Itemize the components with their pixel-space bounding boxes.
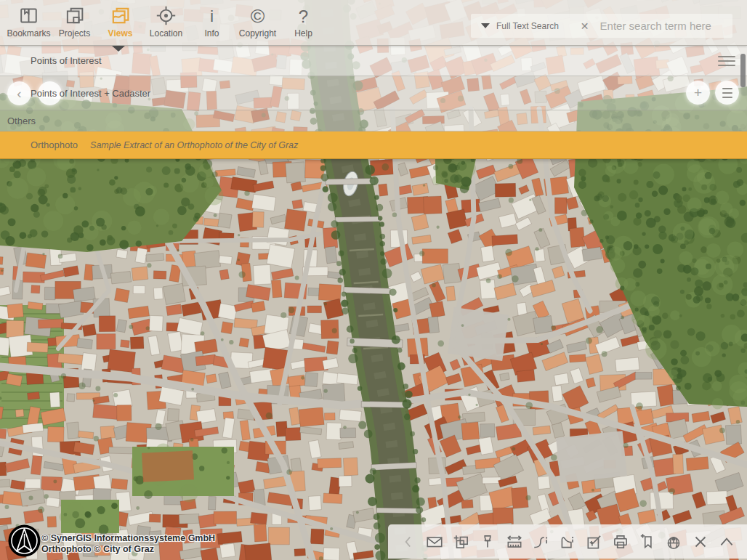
search-input[interactable] [599,19,746,33]
toolbar-item-label: Views [108,28,133,38]
panel-scrollbar-thumb[interactable] [740,54,746,87]
svg-text:i: i [210,7,214,25]
location-icon [156,5,177,26]
back-icon[interactable] [399,532,418,551]
views-panel: Points of Interest ‹ Points of Interest … [0,46,747,159]
toolbar-item-bookmarks[interactable]: Bookmarks [6,5,52,38]
plus-icon: + [694,86,702,100]
edit-icon[interactable] [585,532,604,551]
active-tool-pointer [112,46,125,52]
toolbar-item-label: Projects [59,28,90,38]
print-icon[interactable] [611,532,630,551]
view-group-others[interactable]: Others [0,110,747,131]
toolbar-item-label: Bookmarks [7,28,50,38]
row-menu-icon[interactable] [718,56,735,66]
toolbar-item-label: Info [204,28,219,38]
mail-icon[interactable] [425,532,444,551]
map-attribution: © SynerGIS Informationssysteme GmbH Orth… [41,533,215,555]
measure-icon[interactable] [505,532,524,551]
toolbar-item-views[interactable]: Views [97,5,143,38]
svg-text:?: ? [299,7,308,26]
copyright-icon: © [247,5,268,26]
selected-view-description: Sample Extract of an Orthophoto of the C… [90,140,298,150]
view-row-label: Points of Interest [31,55,102,66]
add-layers-icon[interactable] [452,532,471,551]
area-info-icon[interactable] [558,532,577,551]
north-arrow-logo [8,524,41,557]
toolbar-item-label: Copyright [239,28,276,38]
view-group-label: Others [7,115,36,126]
svg-text:©: © [251,5,265,26]
selected-view-label: Orthophoto [31,139,78,150]
bookmarks-icon [18,5,39,26]
info-icon: i [201,5,222,26]
attribution-line-2: Orthophoto © City of Graz [41,544,215,555]
pin-icon[interactable] [478,532,497,551]
view-list-button[interactable] [715,81,739,105]
projects-icon [64,5,85,26]
view-row-orthophoto-selected[interactable]: Orthophoto Sample Extract of an Orthopho… [0,131,747,159]
previous-view-button[interactable]: ‹ [7,81,31,105]
toolbar-item-label: Location [150,28,182,38]
search-mode-label[interactable]: Full Text Search [496,21,559,31]
toolbar-item-label: Help [294,28,312,38]
toolbar-item-copyright[interactable]: © Copyright [235,5,280,38]
line-info-icon[interactable] [531,532,550,551]
add-bookmark-icon[interactable] [638,532,657,551]
search-bar: Full Text Search ✕ [471,14,732,38]
chevron-left-icon: ‹ [17,86,21,100]
views-icon [110,5,131,26]
search-mode-dropdown-icon[interactable] [481,23,490,28]
collapse-icon[interactable] [717,532,736,551]
help-icon: ? [293,5,314,26]
menu-icon [722,88,732,98]
view-row-label: Points of Interest + Cadaster [31,88,150,99]
attribution-line-1: © SynerGIS Informationssysteme GmbH [41,533,215,544]
close-icon[interactable] [691,532,710,551]
globe-icon[interactable] [664,532,683,551]
add-view-button[interactable]: + [686,81,710,105]
toolbar-item-location[interactable]: Location [143,5,189,38]
toolbar-item-projects[interactable]: Projects [52,5,97,38]
toolbar-item-help[interactable]: ? Help [280,5,326,38]
toolbar-item-info[interactable]: i Info [189,5,235,38]
view-row-points-of-interest-cadaster[interactable]: ‹ Points of Interest + Cadaster + [0,76,747,110]
map-application: Bookmarks Projects Views Location [0,0,747,560]
search-clear-icon[interactable]: ✕ [581,20,589,32]
bottom-toolbar [388,524,747,559]
